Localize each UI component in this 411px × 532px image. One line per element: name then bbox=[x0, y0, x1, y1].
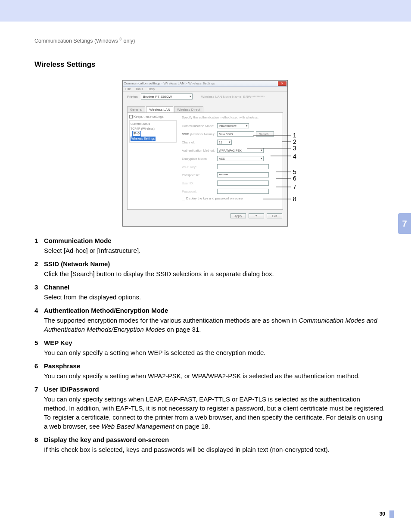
header-text: Communication Settings (Windows ® only) bbox=[34, 38, 135, 44]
printer-label: Printer: bbox=[127, 95, 138, 99]
callout-5: 5 bbox=[293, 168, 296, 175]
top-rule bbox=[0, 33, 411, 33]
list-item: 8 Display the key and password on-screen… bbox=[34, 435, 385, 454]
dialog-footer: Apply ▾ Exit bbox=[123, 212, 287, 221]
callout-8: 8 bbox=[293, 196, 296, 202]
input-pass[interactable]: ******** bbox=[217, 172, 269, 177]
exit-button[interactable]: Exit bbox=[267, 213, 282, 218]
close-icon[interactable]: ✕ bbox=[278, 81, 286, 86]
list-item: 1 Communication Mode Select [Ad-hoc] or … bbox=[34, 236, 385, 255]
select-comm-mode[interactable]: Infrastructure bbox=[217, 123, 249, 128]
dialog-body: Keeps these settings Current Status TCP/… bbox=[127, 112, 283, 210]
item-body: Click the [Search] button to display the… bbox=[44, 269, 385, 278]
row-pass: Passphrase: ******** bbox=[182, 172, 279, 178]
list-item: 5 WEP Key You can only specify a setting… bbox=[34, 338, 385, 357]
item-body: Select from the displayed options. bbox=[44, 292, 385, 302]
label-comm-mode: Communication Mode: bbox=[182, 124, 217, 128]
running-header: Communication Settings (Windows ® only) bbox=[34, 37, 135, 44]
label-pass: Passphrase: bbox=[182, 173, 217, 177]
item-body: You can only specify settings when LEAP,… bbox=[44, 395, 385, 431]
tree-ipv6[interactable]: IPv6 bbox=[132, 131, 141, 137]
label-ssid: SSID (Network Name): bbox=[182, 132, 217, 136]
search-button[interactable]: Search... bbox=[256, 131, 274, 137]
label-auth: Authentication Method: bbox=[182, 149, 217, 152]
top-blue-band bbox=[0, 0, 411, 22]
item-body: Select [Ad-hoc] or [Infrastructure]. bbox=[44, 246, 385, 255]
select-enc[interactable]: AES bbox=[217, 156, 264, 161]
item-body: The supported encryption modes for the v… bbox=[44, 316, 385, 334]
input-userid[interactable] bbox=[217, 180, 269, 186]
label-userid: User ID: bbox=[182, 181, 217, 185]
dialog-titlebar: Communication settings - Wireless LAN > … bbox=[123, 81, 287, 87]
item-title: SSID (Network Name) bbox=[44, 259, 385, 268]
page-number-bar bbox=[389, 510, 394, 518]
item-body: You can only specify a setting when WPA2… bbox=[44, 371, 385, 380]
label-wep: WEP Key: bbox=[182, 165, 217, 169]
row-enc: Encryption Mode: AES bbox=[182, 156, 279, 162]
dialog-right-pane: Specify the authentication method used w… bbox=[178, 113, 283, 209]
pane-description: Specify the authentication method used w… bbox=[182, 115, 279, 119]
item-title: User ID/Password bbox=[44, 385, 385, 394]
list-item: 7 User ID/Password You can only specify … bbox=[34, 385, 385, 431]
checkbox-icon bbox=[182, 197, 185, 200]
keep-settings-checkbox[interactable]: Keeps these settings bbox=[129, 115, 177, 118]
item-body: If this check box is selected, keys and … bbox=[44, 445, 385, 454]
callout-4: 4 bbox=[293, 153, 296, 160]
menu-tools[interactable]: Tools bbox=[135, 87, 143, 91]
settings-tree[interactable]: Current Status TCP/IP (Wireless) IPv6 Wi… bbox=[129, 120, 177, 143]
callout-7: 7 bbox=[293, 184, 296, 190]
row-channel: Channel: 11 bbox=[182, 139, 279, 145]
tab-wireless-direct[interactable]: Wireless Direct bbox=[174, 106, 203, 112]
dialog-left-pane: Keeps these settings Current Status TCP/… bbox=[128, 113, 178, 209]
apply-dropdown-icon[interactable]: ▾ bbox=[249, 213, 264, 218]
description-list: 1 Communication Mode Select [Ad-hoc] or … bbox=[34, 236, 385, 458]
item-title: Communication Mode bbox=[44, 236, 385, 245]
callout-2: 2 bbox=[293, 138, 296, 145]
row-userid: User ID: bbox=[182, 180, 279, 186]
chapter-tab: 7 bbox=[398, 213, 411, 234]
menu-file[interactable]: File bbox=[125, 87, 131, 91]
label-channel: Channel: bbox=[182, 140, 217, 144]
list-item: 3 Channel Select from the displayed opti… bbox=[34, 283, 385, 302]
item-title: Passphrase bbox=[44, 361, 385, 370]
callout-3: 3 bbox=[293, 145, 296, 152]
apply-button[interactable]: Apply bbox=[230, 213, 246, 218]
select-auth[interactable]: WPA/WPA2-PSK bbox=[217, 148, 264, 153]
tab-general[interactable]: General bbox=[127, 106, 145, 112]
node-name: Wireless LAN Node Name: BRW********** bbox=[201, 95, 265, 99]
label-enc: Encryption Mode: bbox=[182, 157, 217, 161]
item-title: Display the key and password on-screen bbox=[44, 435, 385, 444]
tree-current-status[interactable]: Current Status bbox=[131, 122, 175, 127]
list-item: 2 SSID (Network Name) Click the [Search]… bbox=[34, 259, 385, 278]
tree-wireless-settings[interactable]: Wireless Settings bbox=[131, 137, 156, 141]
display-key-checkbox[interactable]: Display the key and password on-screen bbox=[182, 196, 279, 200]
printer-select[interactable]: Brother PT-E550W bbox=[141, 93, 193, 100]
page-number: 30 bbox=[380, 511, 385, 517]
input-wep[interactable] bbox=[217, 164, 269, 169]
printer-row: Printer: Brother PT-E550W Wireless LAN N… bbox=[123, 92, 287, 101]
input-ssid[interactable]: New SSID bbox=[217, 131, 254, 137]
item-title: WEP Key bbox=[44, 338, 385, 347]
dialog-title: Communication settings - Wireless LAN > … bbox=[124, 81, 215, 85]
row-wep: WEP Key: bbox=[182, 164, 279, 170]
row-comm-mode: Communication Mode: Infrastructure bbox=[182, 123, 279, 129]
menu-help[interactable]: Help bbox=[148, 87, 155, 91]
dialog-menubar: File Tools Help bbox=[123, 87, 287, 92]
item-title: Channel bbox=[44, 283, 385, 292]
label-password: Password: bbox=[182, 190, 217, 193]
row-auth: Authentication Method: WPA/WPA2-PSK bbox=[182, 147, 279, 153]
callout-6: 6 bbox=[293, 175, 296, 182]
list-item: 4 Authentication Method/Encryption Mode … bbox=[34, 306, 385, 334]
input-password[interactable] bbox=[217, 189, 269, 194]
item-body: You can only specify a setting when WEP … bbox=[44, 348, 385, 357]
row-password: Password: bbox=[182, 188, 279, 194]
item-title: Authentication Method/Encryption Mode bbox=[44, 306, 385, 315]
list-item: 6 Passphrase You can only specify a sett… bbox=[34, 361, 385, 380]
tab-wireless-lan[interactable]: Wireless LAN bbox=[146, 106, 173, 112]
tree-tcpip[interactable]: TCP/IP (Wireless) bbox=[131, 127, 175, 131]
checkbox-icon bbox=[129, 115, 133, 118]
comm-settings-dialog: Communication settings - Wireless LAN > … bbox=[122, 80, 288, 227]
row-ssid: SSID (Network Name): New SSID Search... bbox=[182, 131, 279, 137]
dialog-tabs: General Wireless LAN Wireless Direct bbox=[127, 106, 283, 112]
select-channel[interactable]: 11 bbox=[217, 140, 232, 145]
